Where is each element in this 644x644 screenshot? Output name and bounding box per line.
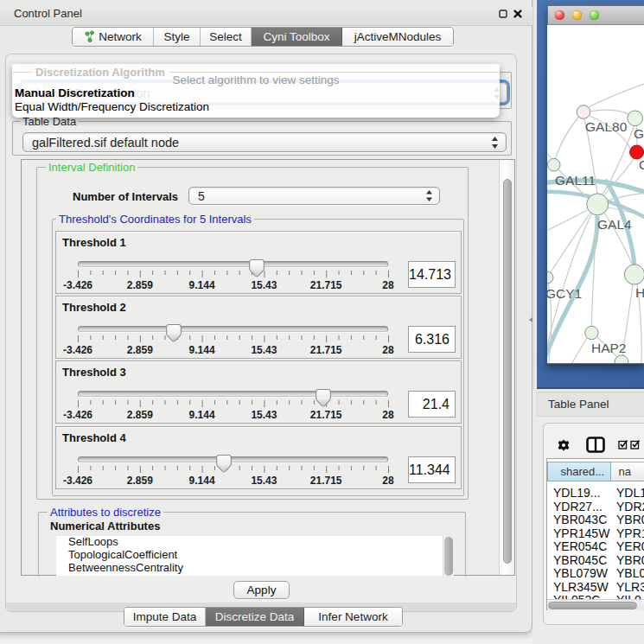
svg-text:H: H (635, 285, 644, 300)
svg-text:GAL4: GAL4 (597, 217, 632, 232)
svg-text:G: G (639, 157, 644, 172)
svg-text:GCY1: GCY1 (547, 286, 582, 301)
svg-text:GA: GA (634, 126, 644, 141)
svg-text:HAP2: HAP2 (591, 341, 627, 355)
svg-text:GAL80: GAL80 (585, 119, 628, 134)
svg-text:GAL11: GAL11 (555, 173, 596, 188)
